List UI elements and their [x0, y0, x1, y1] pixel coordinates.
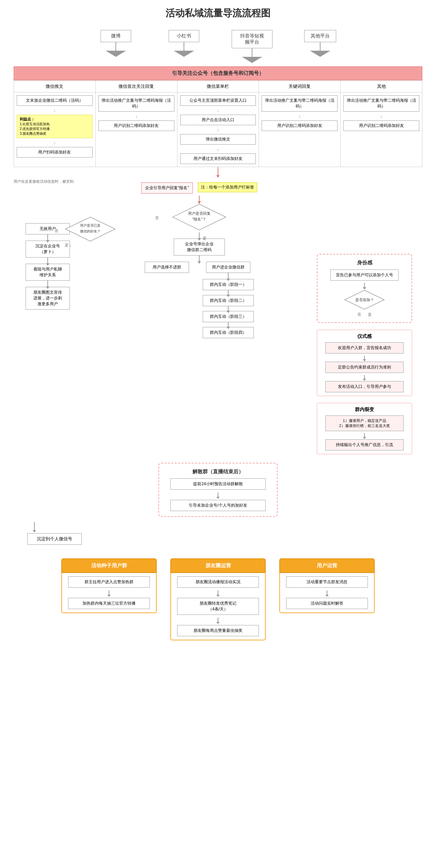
- sink-enterprise-box: 沉淀在企业号 （萝卜）: [26, 241, 70, 258]
- bottom-card-moments: 朋友圈运营 朋友圈流动播报活动实况 朋友圈转发优秀笔记 （4条/天） 朋友圈每周…: [170, 558, 266, 640]
- source-weibo: 微博: [95, 30, 136, 63]
- ritual-step2: 定群公告约束群成员行为准则: [325, 362, 404, 373]
- col3-step1: 公众号主页顶部菜单栏设置入口: [180, 95, 256, 106]
- col1-note-title: 利益点：: [20, 117, 90, 122]
- no-label-friend: 否: [54, 228, 58, 233]
- invalid-user-box: 无效用户: [26, 223, 70, 234]
- dissolve-step2: 引导未加企业号/个人号的加好友: [170, 500, 266, 511]
- guide-bar: 引导关注公众号（包含服务号和订阅号）: [14, 66, 422, 80]
- no-label-2: 否: [155, 215, 159, 220]
- sources-row: 微博 小红书 抖音等短视频平台 其他平台: [14, 30, 422, 63]
- dissolve-step1: 提前24小时预告活动群解散: [170, 478, 266, 490]
- dissolve-title: 解散群（直播结束后）: [164, 469, 272, 475]
- page-wrapper: 活动私域流量导流流程图 微博 小红书 抖音等短视频平台 其他平台 引导关注公众号…: [0, 0, 436, 657]
- col3-step2: 用户点击活动入口: [180, 115, 256, 125]
- source-box-weibo: 微博: [100, 30, 131, 42]
- group-change-step2: 持续输出个人号推广信息，引流: [325, 439, 404, 451]
- col5-step1: 弹出活动推广文案与带二维码海报（活码）: [343, 95, 419, 112]
- table-cell-4: 弹出活动推广文案与带二维码海报（活码） ↓ 用户识别二维码添加好友: [259, 93, 341, 167]
- col-header-3: 微信菜单栏: [177, 81, 259, 93]
- col-header-4: 关键词回复: [259, 81, 341, 93]
- col5-step2: 用户识别二维码添加好友: [343, 120, 419, 131]
- center-step-box: 企业引导用户回复"报名": [141, 182, 193, 194]
- col1-step2: 用户扫码添加好友: [17, 147, 93, 158]
- bottom-card-seeds: 活动种子用户群 群主拉用户进入点赞加热群 加热群内每天抽三位官方转播: [61, 558, 157, 640]
- main-flow-area: 无效用户 沉淀在企业号 （萝卜） 着陆与用户私聊 维护关系 朋友圈图文宣传 进展…: [14, 182, 422, 454]
- ritual-title: 仪式感: [321, 333, 408, 340]
- svg-text:微信的好友？: 微信的好友？: [80, 229, 100, 233]
- page-title: 活动私域流量导流流程图: [14, 7, 422, 20]
- table-cell-1: 文末放企业微信二维码（活码） ↓ 利益点： 1.社群互动活跃加热 2.优先获得官…: [14, 93, 96, 167]
- seeds-item1: 群主拉用户进入点赞加热群: [68, 576, 150, 588]
- group-change-section: 群内裂变 1）邀请用户，稳定送产品 2）邀请排行榜，前三名送大奖 持续输出个人号…: [317, 403, 412, 454]
- yes-label-2: 是: [203, 236, 206, 241]
- col1-step1: 文末放企业微信二维码（活码）: [17, 95, 93, 106]
- dissolve-area: 解散群（直播结束后） 提前24小时预告活动群解散 引导未加企业号/个人号的加好友: [14, 459, 422, 520]
- col-header-1: 微信推文: [14, 81, 96, 93]
- col3-step3: 弹出微信推文: [180, 134, 256, 145]
- svg-text:用户是否已是: 用户是否已是: [80, 224, 100, 227]
- sink-personal-box: 沉淀到个人微信号: [27, 533, 82, 545]
- col2-step2: 用户识别二维码添加好友: [98, 120, 174, 131]
- ritual-step3: 发布活动入口，引导用户参与: [325, 381, 404, 392]
- yes-label-friend: 是 ↓: [65, 243, 116, 248]
- center-flow: 企业引导用户回复"报名" 注：给每一个添加用户打标签 用户是否回复 "报名"？ …: [82, 182, 317, 454]
- note-label: 注：给每一个添加用户打标签: [198, 182, 257, 192]
- col2-step1: 弹出活动推广文案与带二维码海报（活码）: [98, 95, 174, 112]
- identity-no: 否: [357, 312, 361, 317]
- right-panels: 身份感 宜告已参与用户可以添加个人号 是否添加？ 否: [317, 182, 422, 454]
- source-douyin: 抖音等短视频平台: [232, 30, 272, 63]
- col3-step4: 用户通过文末扫码添加好友: [180, 153, 256, 164]
- ritual-step1: 欢迎用户入群，宜告报名成功: [325, 342, 404, 354]
- col4-step1: 弹出活动推广文案与带二维码海报（活码）: [262, 95, 338, 112]
- table-cell-3: 公众号主页顶部菜单栏设置入口 ↓ 用户点击活动入口 ↓ 弹出微信推文 ↓ 用户通…: [177, 93, 259, 167]
- col4-step2: 用户识别二维码添加好友: [262, 120, 338, 131]
- svg-text:用户是否回复: 用户是否回复: [188, 211, 211, 215]
- source-box-other: 其他平台: [304, 30, 336, 42]
- diamond-signup: 用户是否回复 "报名"？: [172, 203, 227, 231]
- col1-note: 利益点： 1.社群互动活跃加热 2.优先获得官方转播 3.朋友圈点赞抽奖: [17, 115, 93, 138]
- ritual-section: 仪式感 欢迎用户入群，宜告报名成功 定群公告约束群成员行为准则 发布活动入口，引…: [317, 330, 412, 396]
- join-box: 用户进企业微信群: [206, 262, 250, 273]
- source-box-douyin: 抖音等短视频平台: [232, 30, 272, 48]
- flow-table: 微信推文 微信首次关注回复 微信菜单栏 关键词回复 其他 文末放企业微信二维码（…: [14, 80, 422, 167]
- source-box-xhs: 小红书: [169, 30, 199, 42]
- moments-item2: 朋友圈转发优秀笔记 （4条/天）: [177, 598, 259, 615]
- bottom-sections: 活动种子用户群 群主拉用户进入点赞加热群 加热群内每天抽三位官方转播 朋友圈运营…: [14, 558, 422, 640]
- col-header-2: 微信首次关注回复: [95, 81, 177, 93]
- users-item2: 活动问题实时解答: [286, 598, 368, 609]
- diamond-friend-area: 用户是否已是 微信的好友？ 是 ↓ 否: [65, 216, 116, 248]
- svg-text:"报名"？: "报名"？: [192, 217, 206, 221]
- private-chat-box: 着陆与用户私聊 维护关系: [26, 264, 70, 281]
- group-change-step1: 1）邀请用户，稳定送产品 2）邀请排行榜，前三名送大奖: [325, 415, 404, 431]
- dissolve-section: 解散群（直播结束后） 提前24小时预告活动群解散 引导未加企业号/个人号的加好友: [158, 463, 278, 517]
- table-cell-2: 弹出活动推广文案与带二维码海报（活码） ↓ 用户识别二维码添加好友: [95, 93, 177, 167]
- moments-item3: 朋友圈每周点赞量最佳抽奖: [177, 625, 259, 636]
- bottom-card-users-title: 用户运营: [279, 558, 375, 573]
- identity-step1: 宜告已参与用户可以添加个人号: [330, 269, 399, 281]
- table-cell-5: 弹出活动推广文案与带二维码海报（活码） ↓ 用户识别二维码添加好友: [341, 93, 422, 167]
- col-header-5: 其他: [341, 81, 422, 93]
- identity-yes: 是: [368, 312, 372, 317]
- moments-box: 朋友圈图文宣传 进展，进一步刺 激更多用户: [26, 287, 70, 310]
- svg-text:是否添加？: 是否添加？: [355, 298, 374, 302]
- users-item1: 活动重要节点群发消息: [286, 576, 368, 588]
- identity-section: 身份感 宜告已参与用户可以添加个人号 是否添加？ 否: [317, 254, 412, 323]
- source-other: 其他平台: [300, 30, 341, 63]
- bottom-card-moments-title: 朋友圈运营: [170, 558, 266, 573]
- moments-item1: 朋友圈流动播报活动实况: [177, 576, 259, 588]
- identity-title: 身份感: [323, 260, 406, 266]
- col1-note-items: 1.社群互动活跃加热 2.优先获得官方转播 3.朋友圈点赞抽奖: [20, 122, 90, 136]
- not-join-box: 用户选择不进群: [145, 262, 189, 273]
- enterprise-qr-box: 企业号弹出企业 微信群二维码: [174, 239, 225, 256]
- source-xiaohongshu: 小红书: [164, 30, 204, 63]
- bottom-card-users: 用户运营 活动重要节点群发消息 活动问题实时解答: [279, 558, 375, 640]
- seeds-item2: 加热群内每天抽三位官方转播: [68, 598, 150, 609]
- bottom-card-seeds-title: 活动种子用户群: [61, 558, 157, 573]
- group-change-title: 群内裂变: [321, 407, 408, 413]
